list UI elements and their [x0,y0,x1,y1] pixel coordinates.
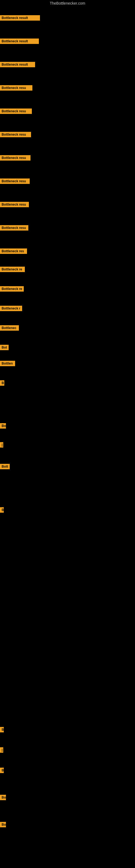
site-title: TheBottlenecker.com [0,0,135,6]
bottleneck-result-item: Bottleneck res [0,248,27,254]
bottleneck-result-item: Bot [0,345,9,350]
bottleneck-result-item: B [0,507,4,513]
bottleneck-result-item: Bottleneck result [0,62,35,67]
bottleneck-result-item: Bo [0,795,6,800]
bottleneck-result-item: Bottleneck resu [0,108,32,114]
bottleneck-result-item: | [0,747,3,753]
bottleneck-result-item: Bottleneck result [0,38,39,44]
bottleneck-result-item: Bottleneck resu [0,132,31,137]
bottleneck-result-item: B [0,380,4,386]
bottleneck-result-item: B [0,768,4,773]
bottleneck-result-item: Bo [0,423,6,429]
bottleneck-result-item: Bottleneck re [0,286,24,291]
bottleneck-result-item: Bott [0,464,10,469]
bottleneck-result-item: Bottleneck result [0,15,40,21]
bottleneck-result-item: Bottleneck r [0,306,22,311]
bottleneck-result-item: | [0,442,3,447]
bottleneck-result-item: Bottleneck re [0,267,25,272]
bottleneck-result-item: Bottleneck resu [0,179,30,184]
bottleneck-result-item: B [0,727,4,733]
bottleneck-result-item: Bottleneck resu [0,225,28,230]
bottleneck-result-item: Bottlenec [0,325,19,331]
bottleneck-result-item: Bottleneck resu [0,155,31,161]
bottleneck-result-item: Bottleneck resu [0,85,32,91]
bottleneck-result-item: Bottlen [0,361,15,366]
bottleneck-result-item: Bo [0,822,6,827]
bottleneck-result-item: Bottleneck resu [0,202,29,207]
